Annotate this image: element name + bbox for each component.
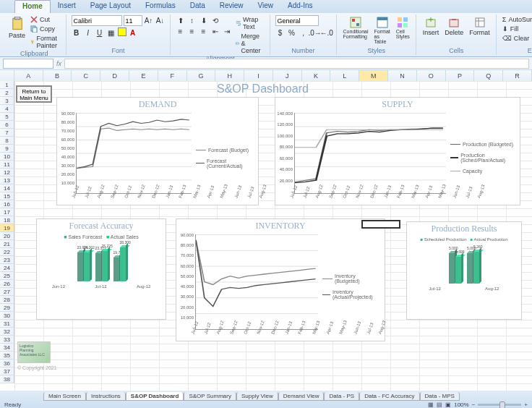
fill-button[interactable]: ⬇ Fill	[502, 25, 532, 33]
tab-home[interactable]: Home	[14, 0, 51, 13]
row-header-29[interactable]: 29	[0, 304, 14, 312]
row-header-33[interactable]: 33	[0, 336, 14, 344]
align-top-button[interactable]: ⬆	[176, 15, 186, 25]
indent-dec-button[interactable]: ⇤	[210, 26, 220, 36]
col-header-O[interactable]: O	[417, 70, 446, 81]
tab-page-layout[interactable]: Page Layout	[83, 0, 138, 13]
row-header-13[interactable]: 13	[0, 177, 14, 184]
col-header-H[interactable]: H	[215, 70, 244, 81]
wrap-text-button[interactable]: Wrap Text	[235, 15, 265, 31]
col-header-P[interactable]: P	[446, 70, 475, 81]
row-header-16[interactable]: 16	[0, 200, 14, 208]
tab-view[interactable]: View	[251, 0, 281, 13]
sheet-tab-instructions[interactable]: Instructions	[86, 392, 126, 401]
col-header-N[interactable]: N	[388, 70, 417, 81]
row-header-38[interactable]: 38	[0, 375, 14, 383]
demand-chart[interactable]: DEMAND 90,00080,00070,00060,00050,00040,…	[56, 97, 259, 205]
selected-cell[interactable]	[361, 220, 400, 229]
sheet-tab-s-op-summary[interactable]: S&OP Summary	[184, 392, 236, 401]
indent-inc-button[interactable]: ⇥	[222, 26, 232, 36]
orientation-button[interactable]: ⟲	[210, 15, 220, 25]
col-header-J[interactable]: J	[273, 70, 302, 81]
insert-cells-button[interactable]: Insert	[421, 15, 441, 38]
row-header-35[interactable]: 35	[0, 352, 14, 360]
row-header-26[interactable]: 26	[0, 280, 14, 288]
row-header-5[interactable]: 5	[0, 113, 14, 121]
col-header-B[interactable]: B	[43, 70, 72, 81]
col-header-Q[interactable]: Q	[474, 70, 503, 81]
tab-formulas[interactable]: Formulas	[138, 0, 183, 13]
sheet-tab-data---mps[interactable]: Data - MPS	[420, 392, 460, 401]
sheet-tab-data---ps[interactable]: Data - PS	[324, 392, 359, 401]
row-header-34[interactable]: 34	[0, 344, 14, 352]
sheet-tab-data---fc-accuracy[interactable]: Data - FC Accuracy	[359, 392, 419, 401]
row-header-18[interactable]: 18	[0, 216, 14, 224]
forecast-accuracy-chart[interactable]: Forecast Accuracy ■ Sales Forecast ■ Act…	[36, 218, 166, 320]
col-header-D[interactable]: D	[100, 70, 129, 81]
row-header-15[interactable]: 15	[0, 192, 14, 200]
sheet-tab-supply-view[interactable]: Supply View	[236, 392, 278, 401]
return-button[interactable]: Return to Main Menu	[16, 85, 52, 103]
tab-add-ins[interactable]: Add-Ins	[280, 0, 319, 13]
underline-button[interactable]: U	[95, 27, 105, 38]
italic-button[interactable]: I	[83, 27, 93, 38]
view-normal-button[interactable]: ▦	[428, 401, 434, 408]
inventory-chart[interactable]: INVENTORY 90,00080,00070,00060,00050,000…	[176, 218, 385, 341]
col-header-R[interactable]: R	[503, 70, 532, 81]
format-painter-button[interactable]: Format Painter	[30, 34, 61, 50]
clear-button[interactable]: ⌫ Clear	[502, 34, 532, 43]
row-header-14[interactable]: 14	[0, 184, 14, 192]
row-header-9[interactable]: 9	[0, 145, 14, 153]
border-button[interactable]: ▦	[106, 27, 116, 38]
cond-format-button[interactable]: Conditional Formatting	[342, 15, 370, 41]
view-layout-button[interactable]: ▤	[437, 401, 442, 408]
fill-color-button[interactable]	[118, 27, 126, 36]
row-header-7[interactable]: 7	[0, 129, 14, 137]
font-color-button[interactable]: A	[128, 27, 138, 38]
col-header-A[interactable]: A	[14, 70, 43, 81]
row-header-28[interactable]: 28	[0, 296, 14, 304]
row-header-37[interactable]: 37	[0, 367, 14, 375]
row-header-8[interactable]: 8	[0, 137, 14, 145]
copy-button[interactable]: Copy	[30, 25, 61, 33]
row-header-10[interactable]: 10	[0, 153, 14, 161]
sheet-tab-demand-view[interactable]: Demand View	[278, 392, 325, 401]
row-header-31[interactable]: 31	[0, 320, 14, 328]
col-header-I[interactable]: I	[244, 70, 273, 81]
format-table-button[interactable]: Format as Table	[373, 15, 392, 46]
row-header-4[interactable]: 4	[0, 105, 14, 113]
format-cells-button[interactable]: Format	[468, 15, 492, 38]
align-center-button[interactable]: ≡	[187, 26, 197, 36]
dec-decimal-button[interactable]: ←.0	[322, 27, 332, 38]
production-results-chart[interactable]: Production Results ■ Scheduled Productio…	[406, 221, 522, 320]
merge-center-button[interactable]: Merge & Center	[235, 32, 265, 55]
select-all-corner[interactable]	[0, 70, 14, 81]
col-header-M[interactable]: M	[359, 70, 388, 81]
view-break-button[interactable]: ▣	[445, 401, 451, 408]
row-header-22[interactable]: 22	[0, 248, 14, 256]
col-header-C[interactable]: C	[72, 70, 100, 81]
row-header-20[interactable]: 20	[0, 232, 14, 240]
delete-cells-button[interactable]: Delete	[443, 15, 465, 38]
col-header-G[interactable]: G	[187, 70, 216, 81]
number-format-select[interactable]	[275, 15, 319, 26]
row-header-21[interactable]: 21	[0, 240, 14, 248]
row-header-30[interactable]: 30	[0, 312, 14, 320]
sheet-tab-main-screen[interactable]: Main Screen	[43, 392, 86, 401]
row-header-2[interactable]: 2	[0, 89, 14, 97]
tab-review[interactable]: Review	[213, 0, 251, 13]
percent-button[interactable]: %	[287, 27, 297, 38]
autosum-button[interactable]: Σ AutoSum	[502, 15, 532, 24]
name-box[interactable]	[3, 59, 53, 69]
worksheet[interactable]: Return to Main Menu S&OP Dashboard DEMAN…	[14, 81, 532, 391]
inc-decimal-button[interactable]: .0→	[310, 27, 320, 38]
bold-button[interactable]: B	[72, 27, 82, 38]
align-right-button[interactable]: ≡	[199, 26, 209, 36]
row-header-24[interactable]: 24	[0, 264, 14, 272]
font-name-select[interactable]	[72, 15, 122, 26]
col-header-E[interactable]: E	[129, 70, 158, 81]
formula-input[interactable]	[64, 59, 529, 69]
cell-styles-button[interactable]: Cell Styles	[395, 15, 411, 41]
currency-button[interactable]: $	[275, 27, 286, 38]
col-header-L[interactable]: L	[330, 70, 359, 81]
